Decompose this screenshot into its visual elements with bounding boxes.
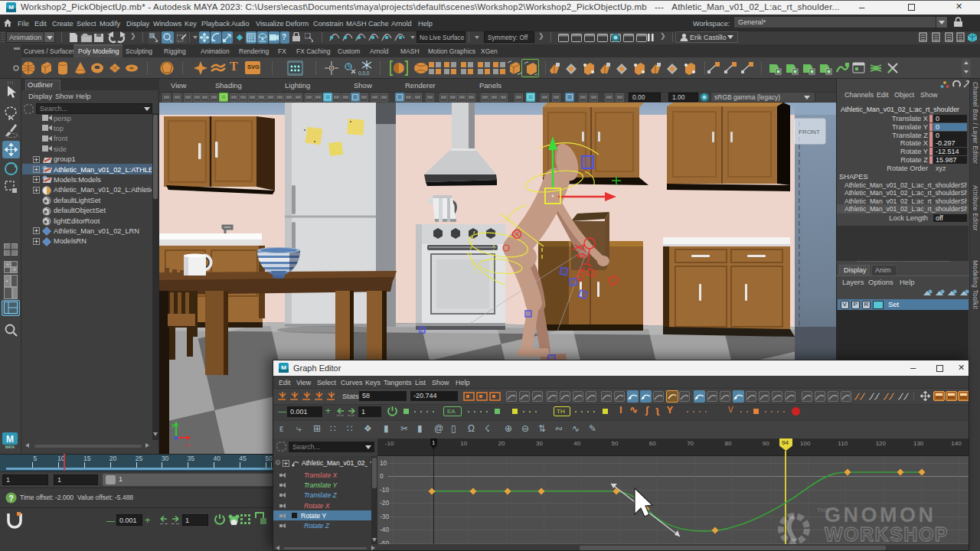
svg-text:M: M bbox=[6, 434, 14, 445]
svg-text:+: + bbox=[6, 262, 9, 267]
svg-text:M: M bbox=[8, 4, 14, 11]
svg-text:+: + bbox=[5, 279, 8, 284]
svg-text:MAYA: MAYA bbox=[5, 445, 15, 449]
svg-text:+: + bbox=[13, 267, 16, 272]
svg-text:?: ? bbox=[8, 494, 13, 503]
svg-text:FRONT: FRONT bbox=[799, 129, 820, 135]
svg-text:y: y bbox=[172, 422, 175, 429]
svg-text:x: x bbox=[187, 442, 190, 448]
